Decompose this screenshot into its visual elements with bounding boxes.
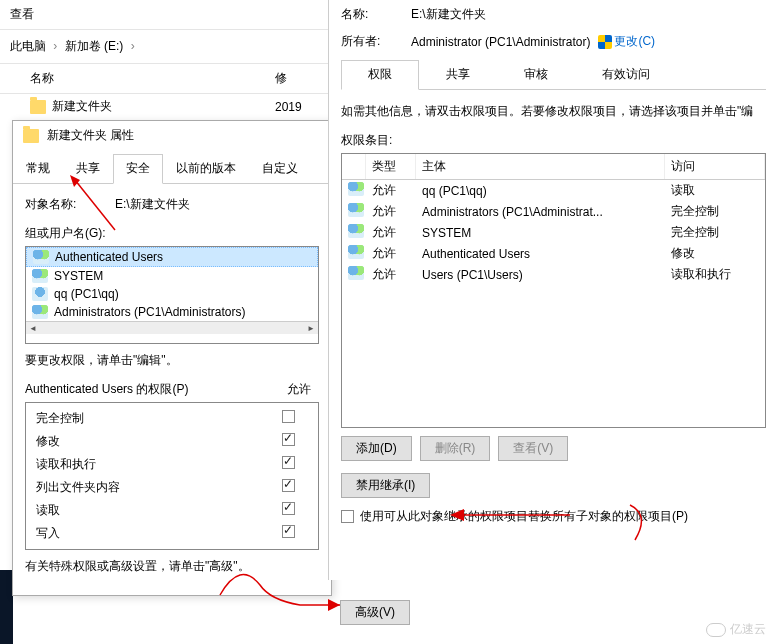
tab-permissions[interactable]: 权限: [341, 60, 419, 90]
group-icon: [348, 182, 364, 196]
advanced-security-window: 名称: E:\新建文件夹 所有者: Administrator (PC1\Adm…: [328, 0, 778, 580]
chevron-right-icon: ›: [131, 39, 135, 53]
tab-share[interactable]: 共享: [63, 154, 113, 183]
explorer-tab[interactable]: 查看: [0, 0, 335, 29]
permission-name: 完全控制: [36, 410, 268, 427]
checkbox-icon: [282, 525, 295, 538]
owner-value: Administrator (PC1\Administrator): [411, 35, 590, 49]
permission-allow-cell: [268, 479, 308, 496]
entry-type: 允许: [366, 264, 416, 285]
tab-audit[interactable]: 审核: [497, 60, 575, 89]
col-principal[interactable]: 主体: [416, 154, 665, 179]
folder-icon: [23, 129, 39, 143]
entry-principal: Users (PC1\Users): [416, 266, 665, 284]
table-row[interactable]: 允许SYSTEM完全控制: [342, 222, 765, 243]
permission-allow-cell: [268, 525, 308, 542]
permission-allow-cell: [268, 502, 308, 519]
breadcrumb[interactable]: 此电脑 › 新加卷 (E:) ›: [0, 29, 335, 63]
users-list[interactable]: Authenticated UsersSYSTEMqq (PC1\qq)Admi…: [25, 246, 319, 344]
horizontal-scrollbar[interactable]: ◄►: [26, 321, 318, 334]
permission-allow-cell: [268, 410, 308, 427]
user-label: SYSTEM: [54, 269, 103, 283]
table-row[interactable]: 允许qq (PC1\qq)读取: [342, 180, 765, 201]
owner-label: 所有者:: [341, 33, 411, 50]
group-icon: [348, 245, 364, 259]
chevron-right-icon: ›: [53, 39, 57, 53]
checkbox-icon: [282, 479, 295, 492]
replace-checkbox[interactable]: [341, 510, 354, 523]
tab-effective[interactable]: 有效访问: [575, 60, 677, 89]
permission-name: 读取和执行: [36, 456, 268, 473]
entries-label: 权限条目:: [341, 132, 766, 149]
table-header: 类型 主体 访问: [342, 154, 765, 180]
entry-access: 完全控制: [665, 201, 765, 222]
permission-row: 完全控制: [36, 407, 308, 430]
group-icon: [32, 305, 48, 319]
col-type[interactable]: 类型: [366, 154, 416, 179]
scroll-left-icon[interactable]: ◄: [26, 324, 40, 333]
tab-share[interactable]: 共享: [419, 60, 497, 89]
table-row[interactable]: 允许Administrators (PC1\Administrat...完全控制: [342, 201, 765, 222]
entry-type: 允许: [366, 222, 416, 243]
entry-principal: Administrators (PC1\Administrat...: [416, 203, 665, 221]
entry-type: 允许: [366, 201, 416, 222]
object-name-label: 对象名称:: [25, 196, 115, 213]
user-icon: [32, 287, 48, 301]
entry-access: 读取: [665, 180, 765, 201]
user-list-item[interactable]: Authenticated Users: [26, 247, 318, 267]
replace-label: 使用可从此对象继承的权限项目替换所有子对象的权限项目(P): [360, 508, 688, 525]
permission-name: 修改: [36, 433, 268, 450]
dialog-title: 新建文件夹 属性: [47, 127, 134, 144]
group-icon: [348, 266, 364, 280]
user-list-item[interactable]: qq (PC1\qq): [26, 285, 318, 303]
permissions-list: 完全控制修改读取和执行列出文件夹内容读取写入: [25, 402, 319, 550]
advanced-button[interactable]: 高级(V): [340, 600, 410, 625]
column-date[interactable]: 修: [275, 70, 335, 87]
properties-dialog: 新建文件夹 属性 常规 共享 安全 以前的版本 自定义 对象名称: E:\新建文…: [12, 120, 332, 596]
scroll-right-icon[interactable]: ►: [304, 324, 318, 333]
user-label: qq (PC1\qq): [54, 287, 119, 301]
disable-inheritance-button[interactable]: 禁用继承(I): [341, 473, 430, 498]
folder-item[interactable]: 新建文件夹 2019: [0, 94, 335, 119]
dialog-titlebar[interactable]: 新建文件夹 属性: [13, 121, 331, 150]
permission-name: 读取: [36, 502, 268, 519]
add-button[interactable]: 添加(D): [341, 436, 412, 461]
permission-row: 读取和执行: [36, 453, 308, 476]
table-row[interactable]: 允许Users (PC1\Users)读取和执行: [342, 264, 765, 285]
permission-allow-cell: [268, 456, 308, 473]
entry-access: 完全控制: [665, 222, 765, 243]
group-icon: [33, 250, 49, 264]
name-label: 名称:: [341, 6, 411, 23]
remove-button[interactable]: 删除(R): [420, 436, 491, 461]
permission-entries-table[interactable]: 类型 主体 访问 允许qq (PC1\qq)读取允许Administrators…: [341, 153, 766, 428]
entry-type: 允许: [366, 180, 416, 201]
shield-icon: [598, 35, 612, 49]
entry-principal: qq (PC1\qq): [416, 182, 665, 200]
tab-previous[interactable]: 以前的版本: [163, 154, 249, 183]
object-name-value: E:\新建文件夹: [115, 196, 190, 213]
breadcrumb-drive[interactable]: 新加卷 (E:): [65, 39, 124, 53]
groups-label: 组或用户名(G):: [25, 225, 319, 242]
tab-general[interactable]: 常规: [13, 154, 63, 183]
properties-tabs: 常规 共享 安全 以前的版本 自定义: [13, 154, 331, 184]
tab-custom[interactable]: 自定义: [249, 154, 311, 183]
checkbox-icon: [282, 502, 295, 515]
breadcrumb-root[interactable]: 此电脑: [10, 39, 46, 53]
tab-security[interactable]: 安全: [113, 154, 163, 184]
user-list-item[interactable]: SYSTEM: [26, 267, 318, 285]
permission-row: 写入: [36, 522, 308, 545]
permissions-header-name: Authenticated Users 的权限(P): [25, 381, 279, 398]
folder-date: 2019: [275, 100, 325, 114]
column-name[interactable]: 名称: [0, 70, 275, 87]
permission-row: 读取: [36, 499, 308, 522]
watermark: 亿速云: [706, 621, 766, 638]
col-access[interactable]: 访问: [665, 154, 765, 179]
change-owner-link[interactable]: 更改(C): [614, 33, 655, 50]
checkbox-icon: [282, 433, 295, 446]
group-icon: [348, 203, 364, 217]
advanced-tabs: 权限 共享 审核 有效访问: [341, 60, 766, 90]
group-icon: [32, 269, 48, 283]
view-button[interactable]: 查看(V): [498, 436, 568, 461]
table-row[interactable]: 允许Authenticated Users修改: [342, 243, 765, 264]
user-list-item[interactable]: Administrators (PC1\Administrators): [26, 303, 318, 321]
